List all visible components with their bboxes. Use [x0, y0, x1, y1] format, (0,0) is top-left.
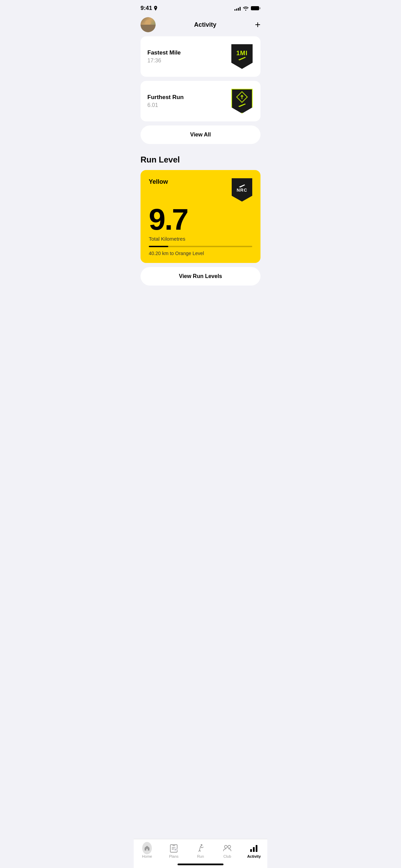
avatar-image [141, 17, 156, 32]
progress-bar-fill [149, 246, 168, 247]
fastest-mile-value: 17:36 [147, 58, 181, 64]
furthest-run-title: Furthest Run [147, 94, 184, 101]
nike-swoosh-distance [238, 104, 246, 107]
avatar[interactable] [141, 17, 156, 32]
furthest-run-card[interactable]: Furthest Run 6.01 [141, 81, 260, 121]
fastest-mile-title: Fastest Mile [147, 49, 181, 56]
nike-swoosh-mile [238, 57, 246, 60]
main-content: Fastest Mile 17:36 1MI Furthest Run 6.01 [134, 36, 267, 291]
location-icon [154, 6, 158, 11]
distance-diamond [237, 92, 247, 102]
wifi-icon [243, 6, 249, 11]
furthest-run-info: Furthest Run 6.01 [147, 94, 184, 108]
add-button[interactable]: + [255, 20, 260, 29]
battery-icon [251, 6, 260, 11]
run-level-number: 9.7 [149, 204, 252, 234]
mile-badge: 1MI [230, 43, 254, 70]
status-time: 9:41 [141, 5, 158, 12]
run-level-name: Yellow [149, 178, 168, 185]
fastest-mile-info: Fastest Mile 17:36 [147, 49, 181, 64]
status-bar: 9:41 [134, 0, 267, 14]
view-all-button[interactable]: View All [141, 125, 260, 144]
run-level-next: 40.20 km to Orange Level [149, 251, 252, 256]
run-level-section-title: Run Level [141, 155, 260, 165]
svg-rect-0 [251, 6, 259, 10]
status-icons [234, 6, 260, 11]
run-level-card: Yellow NRC 9.7 Total Kilometres 40.20 km… [141, 170, 260, 263]
fastest-mile-card[interactable]: Fastest Mile 17:36 1MI [141, 36, 260, 77]
page-title: Activity [194, 21, 216, 28]
svg-rect-1 [259, 7, 260, 9]
furthest-run-value: 6.01 [147, 102, 184, 108]
distance-arrow [240, 95, 244, 99]
run-level-header: Yellow NRC [149, 178, 252, 202]
page-header: Activity + [134, 14, 267, 36]
nrc-swoosh-icon [239, 184, 245, 188]
progress-bar-container [149, 246, 252, 247]
signal-icon [234, 6, 241, 11]
nrc-badge: NRC [232, 178, 252, 202]
view-run-levels-button[interactable]: View Run Levels [141, 267, 260, 286]
distance-badge [230, 88, 254, 114]
run-level-desc: Total Kilometres [149, 236, 252, 242]
